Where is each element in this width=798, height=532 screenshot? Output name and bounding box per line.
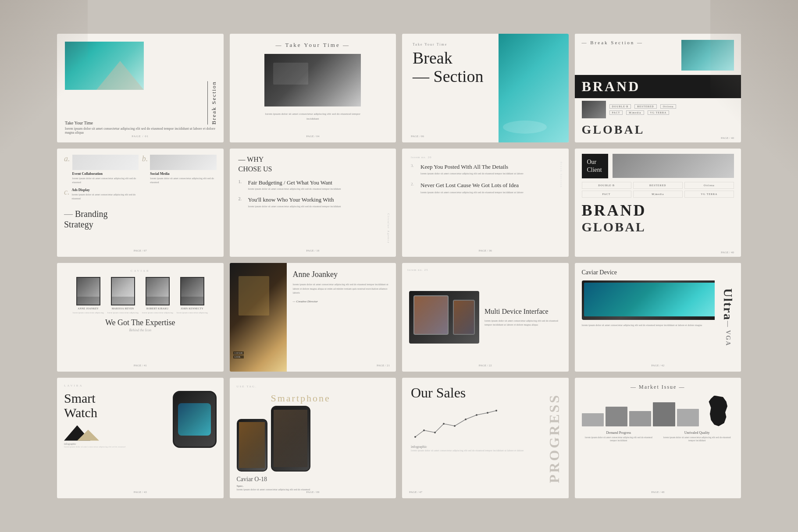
- slide-8: Our Client DOUBLE·B BESTERED Ottlena PAC…: [575, 149, 741, 257]
- slide-4-client-row: DOUBLE·B BESTERED Ottlena PACT M|media V…: [575, 98, 741, 121]
- slide-7-sub-1: lorem ipsum dolor sit amet consectetur a…: [420, 172, 524, 176]
- device-tablet: [413, 295, 449, 335]
- slide-12-page: PAGE / 42: [651, 364, 664, 367]
- svg-point-4: [454, 425, 456, 427]
- slide-8-logo-5: VG TERRA: [684, 191, 734, 198]
- slide-11-title: Multi Device Interface: [484, 307, 562, 316]
- slide-14-smartphone: Smartphone: [271, 393, 389, 404]
- slide-10: CAVIAR LOOK Anne Joankey lorem ipsum dol…: [230, 263, 396, 372]
- slide-5-body-b: lorem ipsum dolor sit amet consectetur a…: [150, 177, 216, 184]
- slide-14: USE TAG. Smartphone Caviar O-18 Spec. lo…: [230, 378, 396, 498]
- slide-6-vertical: Circular Agency: [387, 213, 390, 244]
- slide-6-sub-2: lorem ipsum dolor sit amet consectetur a…: [248, 205, 341, 208]
- slide-14-caviar-title: Caviar O-18: [237, 476, 389, 483]
- slide-5-content-c: Ads Display lorem ipsum dolor sit amet c…: [72, 188, 139, 201]
- slide-5-content-a: Event Collaboration lorem ipsum dolor si…: [72, 155, 139, 184]
- slide-11-page: PAGE / 22: [479, 364, 492, 367]
- slide-16-demand-row: Demand Progress lorem ipsum dolor sit am…: [582, 431, 734, 443]
- slide-12: Caviar Device lorem ipsum dolor sit amet…: [575, 263, 741, 372]
- slide-13-content: Smart Watch infographic lorem ipsum dolo…: [64, 391, 217, 448]
- slide-11-desc: lorem ipsum dolor sit amet consectetur a…: [484, 319, 562, 327]
- quality-title: Unrivaled Quality: [660, 431, 734, 435]
- person-4-role: lorem ipsum consectetur adipiscing: [177, 312, 208, 314]
- slide-4-logo-row-2: PACT M|media VG TERRA: [609, 110, 734, 115]
- person-3: ROBERT KIRAKU lorem ipsum consectetur ad…: [142, 277, 173, 314]
- slide-8-logo-4: M|media: [633, 191, 683, 198]
- slide-5-title-c: Ads Display: [72, 188, 139, 192]
- person-1-img: [76, 277, 100, 305]
- slide-15-infographic: infographic: [411, 445, 560, 449]
- ultra-label: Ultra: [721, 288, 735, 321]
- slide-5-body-a: lorem ipsum dolor sit amet consectetur a…: [72, 177, 139, 184]
- slide-5-main-title: — BrandingStrategy: [64, 209, 217, 230]
- slide-13-left: Smart Watch infographic lorem ipsum dolo…: [64, 391, 168, 448]
- person-3-name: ROBERT KIRAKU: [146, 307, 169, 310]
- ultra-dash: — VGA: [724, 321, 731, 346]
- person-2-name: MARISSA HEYEN: [112, 307, 134, 310]
- slide-11-content: Multi Device Interface lorem ipsum dolor…: [484, 307, 562, 327]
- slide-5-letter-a: a.: [64, 155, 70, 163]
- slide-6-item-1: 1. Fair Budgeting / Get What You Want lo…: [239, 179, 388, 191]
- person-4-name: JOHN KENNECTY: [181, 307, 203, 310]
- slide-7-text-1: Keep You Posted With All The Details: [420, 163, 524, 171]
- slide-8-logo-1: BESTERED: [633, 182, 683, 189]
- slide-1: Take Your Time lorem ipsum dolor sit ame…: [57, 34, 224, 142]
- person-1: ANNE JOANKEY lorem ipsum consectetur adi…: [73, 277, 104, 314]
- slide-4-client-img: [582, 101, 606, 118]
- svg-point-8: [495, 410, 497, 411]
- slide-5-img-a: [72, 155, 139, 170]
- slide-2: — Take Your Time — lorem ipsum dolor sit…: [230, 34, 396, 142]
- logo-5: VG TERRA: [648, 110, 670, 115]
- slide-10-label-0: CAVIAR: [233, 351, 244, 355]
- slide-16-map: [703, 396, 734, 426]
- slide-8-logo-3: PACT: [582, 191, 631, 198]
- person-4-img: [180, 277, 204, 305]
- slide-2-header: — Take Your Time —: [275, 42, 350, 49]
- slide-11-devices: [409, 291, 479, 344]
- demand-box-2: Unrivaled Quality lorem ipsum dolor sit …: [660, 431, 734, 443]
- logo-1: BESTERED: [634, 104, 656, 109]
- slide-5-title-b: Social Media: [150, 172, 216, 176]
- slide-5-item-b: b. Social Media lorem ipsum dolor sit am…: [142, 155, 217, 184]
- slide-15: Our Sales infographic lorem ipsum dolor …: [402, 378, 569, 498]
- slide-6-chose: CHOSE US: [239, 165, 388, 173]
- slide-12-desc: lorem ipsum dolor sit amet consectetur a…: [582, 323, 734, 327]
- svg-point-0: [414, 436, 416, 438]
- slide-9: CAVIAR ANNE JOANKEY lorem ipsum consecte…: [57, 263, 224, 372]
- slide-8-logo-2: Ottlena: [684, 182, 734, 189]
- bar-2: [606, 407, 627, 426]
- slide-9-title: We Got The Expertise: [105, 318, 175, 327]
- person-1-role: lorem ipsum consectetur adipiscing: [73, 312, 104, 314]
- svg-point-5: [465, 419, 467, 420]
- slide-7-num-1: 3.: [411, 163, 417, 168]
- logo-2: Ottlena: [660, 104, 677, 109]
- slide-3: Take Your Time Break — Section PAGE / 06: [402, 34, 569, 142]
- slide-4-top: — Break Section —: [575, 34, 741, 75]
- slide-15-chart: [411, 406, 499, 441]
- slide-4-logos: DOUBLE·B BESTERED Ottlena PACT M|media V…: [609, 104, 734, 115]
- person-4: JOHN KENNECTY lorem ipsum consectetur ad…: [177, 277, 208, 314]
- person-2-role: lorem ipsum consectetur adipiscing: [107, 312, 139, 314]
- slide-14-use-label: USE TAG.: [237, 385, 389, 388]
- slide-12-title: Caviar Device: [582, 269, 734, 276]
- person-2: MARISSA HEYEN lorem ipsum consectetur ad…: [107, 277, 139, 314]
- slide-16-bar-chart: [582, 400, 699, 426]
- slide-5-item-c: c. Ads Display lorem ipsum dolor sit ame…: [64, 188, 139, 201]
- slide-10-desc: lorem ipsum dolor sit amet consectetur a…: [293, 283, 390, 295]
- slide-6-text-2: You'll know Who Your Working With: [248, 196, 341, 204]
- slide-4-brand: BRAND: [582, 78, 734, 95]
- slide-5-page: PAGE / 07: [134, 249, 147, 252]
- slide-15-page: PAGE / 47: [409, 490, 422, 494]
- slide-8-global: GLOBAL: [575, 220, 741, 234]
- bar-1: [582, 413, 604, 426]
- slide-6-text-1: Fair Budgeting / Get What You Want: [248, 179, 341, 187]
- slide-2-body: lorem ipsum dolor sit amet consectetur a…: [264, 112, 361, 121]
- slide-14-phones: Smartphone: [237, 393, 389, 472]
- slide-6-num-2: 2.: [239, 196, 245, 201]
- slide-12-laptop: [582, 280, 734, 320]
- slide-4-logo-row-1: DOUBLE·B BESTERED Ottlena: [609, 104, 734, 109]
- slide-11: lorem no. 25 Multi Device Interface lore…: [402, 263, 569, 372]
- slide-13-mountain: [64, 423, 108, 441]
- slide-6-item-1-content: Fair Budgeting / Get What You Want lorem…: [248, 179, 341, 191]
- slide-15-title: Our Sales: [411, 385, 560, 401]
